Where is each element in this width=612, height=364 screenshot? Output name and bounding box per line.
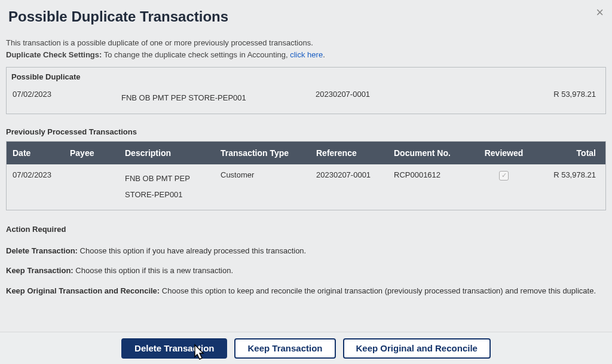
action-required-block: Action Required Delete Transaction: Choo… [0,210,612,308]
reconcile-option-text: Choose this option to keep and reconcile… [160,286,596,295]
header-type: Transaction Type [215,148,310,158]
cell-reference: 20230207-0001 [310,170,388,179]
reconcile-option-line: Keep Original Transaction and Reconcile:… [6,285,606,297]
settings-text: To change the duplicate check settings i… [102,50,290,59]
intro-block: This transaction is a possible duplicate… [0,30,612,63]
settings-link[interactable]: click here [290,50,323,59]
delete-option-label: Delete Transaction: [6,246,78,255]
cell-reviewed: ✓ [478,170,530,181]
duplicate-reference: 20230207-0001 [316,90,528,106]
cell-date: 07/02/2023 [7,170,64,179]
delete-transaction-button[interactable]: Delete Transaction [121,338,227,359]
reconcile-option-label: Keep Original Transaction and Reconcile: [6,286,160,295]
keep-option-label: Keep Transaction: [6,266,74,275]
header-description: Description [119,148,215,158]
cell-total: R 53,978.21 [530,170,605,179]
possible-duplicate-row: 07/02/2023 FNB OB PMT PEP STORE-PEP001 2… [7,84,605,113]
reviewed-checkbox[interactable]: ✓ [499,171,509,181]
keep-option-line: Keep Transaction: Choose this option if … [6,265,606,277]
table-header-row: Date Payee Description Transaction Type … [7,142,605,164]
close-icon[interactable]: × [596,5,604,20]
header-total: Total [530,148,605,158]
duplicate-transactions-dialog: × Possible Duplicate Transactions This t… [0,0,612,364]
header-payee: Payee [64,148,119,158]
intro-text: This transaction is a possible duplicate… [6,37,606,49]
keep-original-reconcile-button[interactable]: Keep Original and Reconcile [343,338,491,359]
header-reference: Reference [310,148,388,158]
previously-processed-label: Previously Processed Transactions [0,114,612,141]
table-row: 07/02/2023 FNB OB PMT PEP STORE-PEP001 C… [7,164,605,210]
keep-option-text: Choose this option if this is a new tran… [74,266,233,275]
settings-label: Duplicate Check Settings: [6,50,102,59]
possible-duplicate-title: Possible Duplicate [7,68,605,84]
dialog-header: Possible Duplicate Transactions [0,0,612,30]
delete-option-text: Choose this option if you have already p… [78,246,306,255]
header-document: Document No. [388,148,478,158]
duplicate-date: 07/02/2023 [13,90,121,106]
keep-transaction-button[interactable]: Keep Transaction [234,338,335,359]
cell-type: Customer [215,170,310,179]
cell-document: RCP0001612 [388,170,478,179]
action-required-title: Action Required [6,224,606,235]
duplicate-total: R 53,978.21 [528,90,599,106]
settings-tail: . [323,50,325,59]
settings-line: Duplicate Check Settings: To change the … [6,49,606,61]
previously-processed-table: Date Payee Description Transaction Type … [6,141,606,211]
possible-duplicate-panel: Possible Duplicate 07/02/2023 FNB OB PMT… [6,67,606,114]
duplicate-description: FNB OB PMT PEP STORE-PEP001 [121,90,316,106]
cell-description: FNB OB PMT PEP STORE-PEP001 [119,170,215,203]
header-reviewed: Reviewed [478,148,530,158]
delete-option-line: Delete Transaction: Choose this option i… [6,245,606,257]
header-date: Date [7,148,64,158]
dialog-footer: Delete Transaction Keep Transaction Keep… [0,332,612,364]
page-title: Possible Duplicate Transactions [8,8,604,25]
